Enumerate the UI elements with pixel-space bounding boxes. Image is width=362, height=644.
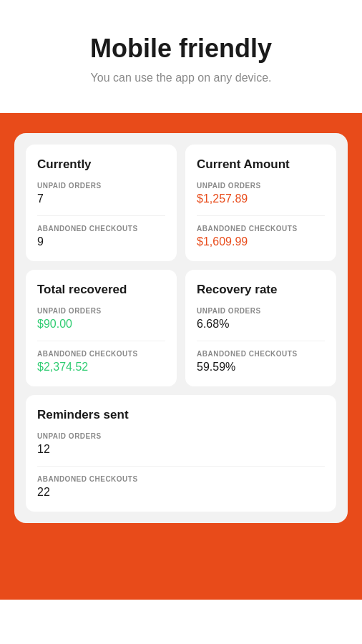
current-amount-title: Current Amount bbox=[197, 157, 325, 172]
recovery-rate-abandoned-value: 59.59% bbox=[197, 361, 325, 374]
currently-title: Currently bbox=[37, 157, 165, 172]
divider bbox=[37, 215, 165, 216]
reminders-sent-card: Reminders sent UNPAID ORDERS 12 ABANDONE… bbox=[26, 395, 336, 512]
total-recovered-unpaid-value: $90.00 bbox=[37, 318, 165, 331]
header: Mobile friendly You can use the app on a… bbox=[0, 0, 362, 113]
card-container: Currently UNPAID ORDERS 7 ABANDONED CHEC… bbox=[14, 133, 348, 523]
current-amount-abandoned-label: ABANDONED CHECKOUTS bbox=[197, 225, 325, 233]
recovery-rate-abandoned-label: ABANDONED CHECKOUTS bbox=[197, 350, 325, 358]
total-recovered-abandoned-value: $2,374.52 bbox=[37, 361, 165, 374]
divider bbox=[37, 466, 325, 467]
row-2: Total recovered UNPAID ORDERS $90.00 ABA… bbox=[26, 270, 336, 386]
currently-abandoned-value: 9 bbox=[37, 235, 165, 248]
reminders-sent-unpaid-value: 12 bbox=[37, 443, 325, 456]
reminders-sent-title: Reminders sent bbox=[37, 408, 325, 422]
divider bbox=[37, 341, 165, 341]
current-amount-unpaid-value: $1,257.89 bbox=[197, 192, 325, 205]
reminders-sent-abandoned-label: ABANDONED CHECKOUTS bbox=[37, 475, 325, 483]
total-recovered-card: Total recovered UNPAID ORDERS $90.00 ABA… bbox=[26, 270, 177, 386]
divider bbox=[197, 341, 325, 341]
currently-abandoned-label: ABANDONED CHECKOUTS bbox=[37, 225, 165, 233]
current-amount-unpaid-label: UNPAID ORDERS bbox=[197, 182, 325, 190]
currently-unpaid-value: 7 bbox=[37, 192, 165, 205]
current-amount-abandoned-value: $1,609.99 bbox=[197, 235, 325, 248]
currently-unpaid-label: UNPAID ORDERS bbox=[37, 182, 165, 190]
recovery-rate-unpaid-label: UNPAID ORDERS bbox=[197, 307, 325, 315]
currently-card: Currently UNPAID ORDERS 7 ABANDONED CHEC… bbox=[26, 145, 177, 261]
page-title: Mobile friendly bbox=[17, 34, 345, 63]
current-amount-card: Current Amount UNPAID ORDERS $1,257.89 A… bbox=[185, 145, 336, 261]
row-1: Currently UNPAID ORDERS 7 ABANDONED CHEC… bbox=[26, 145, 336, 261]
divider bbox=[197, 215, 325, 216]
recovery-rate-card: Recovery rate UNPAID ORDERS 6.68% ABANDO… bbox=[185, 270, 336, 386]
total-recovered-title: Total recovered bbox=[37, 283, 165, 297]
page-subtitle: You can use the app on any device. bbox=[17, 72, 345, 84]
reminders-sent-abandoned-value: 22 bbox=[37, 486, 325, 499]
recovery-rate-title: Recovery rate bbox=[197, 283, 325, 297]
total-recovered-abandoned-label: ABANDONED CHECKOUTS bbox=[37, 350, 165, 358]
reminders-sent-unpaid-label: UNPAID ORDERS bbox=[37, 432, 325, 440]
recovery-rate-unpaid-value: 6.68% bbox=[197, 318, 325, 331]
total-recovered-unpaid-label: UNPAID ORDERS bbox=[37, 307, 165, 315]
main-section: Currently UNPAID ORDERS 7 ABANDONED CHEC… bbox=[0, 113, 362, 600]
